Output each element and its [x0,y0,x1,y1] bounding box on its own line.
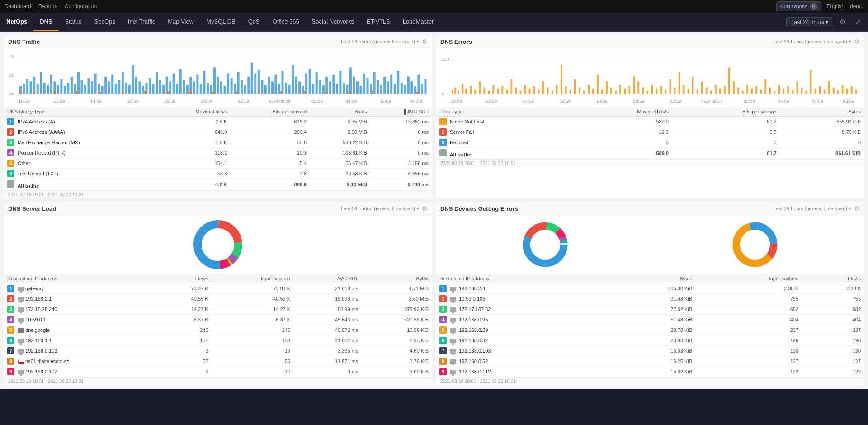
svg-rect-73 [247,77,250,94]
device-icon [18,370,24,374]
svg-rect-198 [610,88,612,94]
svg-rect-141 [348,91,350,94]
svg-rect-38 [128,85,131,94]
nav-social-networks[interactable]: Social Networks [306,13,360,31]
dns-errors-title: DNS Errors [440,38,472,45]
svg-rect-234 [774,91,775,94]
dns-server-load-time[interactable]: Last 24 hours (generic time span) ▾ [341,206,419,211]
nav-inet-traffic[interactable]: Inet Traffic [122,13,161,31]
svg-rect-200 [619,85,621,94]
svg-rect-127 [33,91,35,94]
time-range-selector[interactable]: Last 24 hours ▾ [786,17,833,27]
configuration-link[interactable]: Configuration [65,3,97,9]
dns-devices-errors-time[interactable]: Last 24 hours (generic time span) ▾ [773,206,851,211]
svg-rect-185 [552,91,553,94]
svg-rect-144 [416,92,419,94]
dns-traffic-time[interactable]: Last 24 hours (generic time span) ▾ [341,39,419,44]
nav-status[interactable]: Status [59,13,88,31]
flows-cell: 40.55 K [157,294,212,304]
nav-qos[interactable]: QoS [242,13,266,31]
svg-rect-27 [91,81,93,94]
flows-cell: 158 [157,335,212,346]
settings-icon[interactable]: ⚙ [837,17,849,27]
dev-packets-cell: 122 [696,367,802,377]
svg-rect-226 [737,88,739,94]
svg-rect-95 [322,85,325,94]
dns-traffic-gear-icon[interactable]: ⚙ [422,38,428,45]
svg-rect-135 [212,92,214,94]
dns-errors-header: DNS Errors Last 24 hours (generic time s… [436,35,864,48]
nav-loadmaster[interactable]: LoadMaster [396,13,440,31]
dev-bytes-cell: 28.78 KiB [605,325,696,335]
svg-rect-209 [660,86,662,94]
table-row: All traffic 589.0 81.7 861.61 KiB [436,148,864,159]
svg-rect-178 [520,91,522,94]
svg-rect-140 [326,92,328,94]
svg-rect-17 [57,85,59,94]
svg-rect-24 [81,80,83,94]
dns-devices-errors-time-label: Last 24 hours (generic time span) [773,206,847,211]
language-selector[interactable]: English [827,3,844,9]
svg-rect-44 [149,78,151,94]
dns-errors-gear-icon[interactable]: ⚙ [854,38,860,45]
fullscreen-icon[interactable]: ⤢ [852,17,863,27]
col-dev-flows: Flows [802,274,864,283]
device-icon [18,287,24,291]
bytes-cell: 9.13 MiB [310,179,371,190]
svg-rect-97 [329,81,331,94]
err-bytes-cell: 5.70 KiB [780,127,864,137]
svg-rect-105 [356,81,359,94]
svg-rect-193 [588,85,590,94]
srt-cell: 0 ms [371,127,432,137]
dashboard-link[interactable]: Dashboard [5,3,31,9]
dns-traffic-title: DNS Traffic [8,38,40,45]
svg-rect-181 [533,86,535,94]
dns-devices-errors-gear-icon[interactable]: ⚙ [854,205,860,212]
nav-map-view[interactable]: Map View [161,13,200,31]
main-nav: NetOps DNS Status SecOps Inet Traffic Ma… [0,13,868,32]
svg-text:16:59: 16:59 [559,99,571,103]
dev-dest-ip-cell: 2 10.59.0.106 [436,294,605,304]
nav-mysql-db[interactable]: MySQL DB [200,13,242,31]
svg-rect-218 [701,81,703,94]
device-icon [18,349,24,354]
nav-secops[interactable]: SecOps [88,13,122,31]
flows-cell: 8.37 K [157,315,212,325]
reports-link[interactable]: Reports [38,3,57,9]
nav-netops[interactable]: NetOps [0,13,33,31]
srt-cell: 13.862 ms [371,117,432,127]
dns-server-load-gear-icon[interactable]: ⚙ [422,205,428,212]
svg-text:2k: 2k [9,74,14,78]
svg-rect-230 [755,86,757,94]
packets-cell: 16 [212,346,294,356]
bps-cell: 5.4 [231,158,310,169]
svg-rect-33 [111,75,113,94]
svg-rect-15 [50,75,52,94]
dns-errors-panel: DNS Errors Last 24 hours (generic time s… [436,35,864,198]
bytes-cell: 39.58 KiB [310,169,371,179]
svg-rect-14 [47,85,49,94]
dev-bytes-cell: 305.38 KiB [605,283,696,294]
nav-dns[interactable]: DNS [33,13,58,31]
col-avgsrt: ▌AVG SRT [371,107,432,117]
packets-cell: 40.55 K [212,294,294,304]
error-type-cell: 2 Server Fail [436,127,571,137]
svg-rect-23 [77,72,80,94]
bytes-cell: 56.47 KiB [310,158,371,169]
device-icon [450,307,456,312]
flows-cell: 2 [157,367,212,377]
dev-dest-ip-cell: 1 192.168.2.4 [436,283,605,294]
dns-errors-time-label: Last 24 hours (generic time span) [773,39,847,44]
dns-server-load-timestamp: 2021-08-19 10:01 - 2021-08-20 10:01 [4,377,432,385]
nav-eta-tls[interactable]: ETA/TLS [360,13,396,31]
bytes-cell: 3.02 KiB [362,367,432,377]
dev-bytes-cell: 77.02 KiB [605,304,696,315]
packets-cell: 10 [212,367,294,377]
user-menu[interactable]: demo [850,3,863,9]
nav-office365[interactable]: Office 365 [266,13,306,31]
svg-rect-45 [152,84,155,94]
dns-errors-time[interactable]: Last 24 hours (generic time span) ▾ [773,39,851,44]
packets-cell: 55 [212,356,294,367]
svg-rect-91 [309,69,311,94]
notifications-badge[interactable]: Notifications 0 [776,1,821,11]
